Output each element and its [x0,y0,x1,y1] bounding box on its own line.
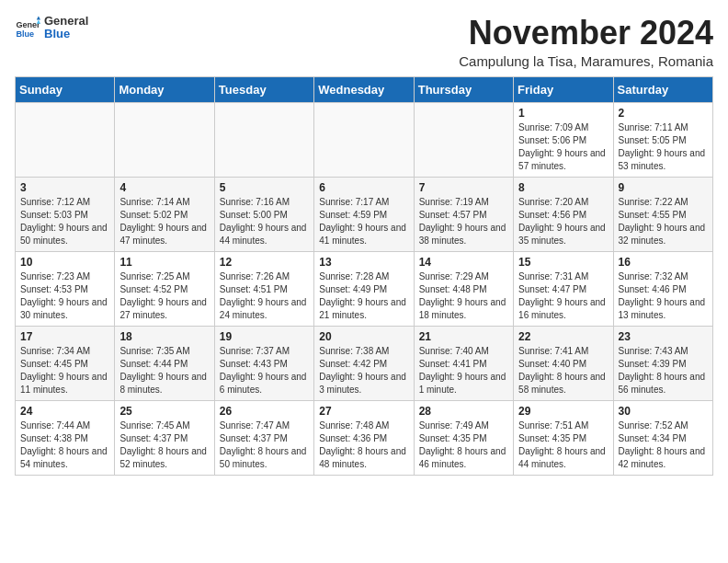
day-number: 8 [518,181,608,194]
day-info: Sunrise: 7:12 AMSunset: 5:03 PMDaylight:… [20,196,109,247]
calendar-cell: 4Sunrise: 7:14 AMSunset: 5:02 PMDaylight… [115,177,214,251]
day-info: Sunrise: 7:22 AMSunset: 4:55 PMDaylight:… [619,196,708,247]
calendar-cell: 5Sunrise: 7:16 AMSunset: 5:00 PMDaylight… [214,177,313,251]
calendar-cell: 26Sunrise: 7:47 AMSunset: 4:37 PMDayligh… [214,400,313,475]
calendar-cell: 10Sunrise: 7:23 AMSunset: 4:53 PMDayligh… [16,251,115,326]
day-number: 21 [419,330,508,343]
day-info: Sunrise: 7:11 AMSunset: 5:05 PMDaylight:… [619,121,708,173]
col-header-tuesday: Tuesday [214,76,313,102]
col-header-sunday: Sunday [16,76,115,102]
day-number: 13 [319,256,408,269]
calendar-cell: 11Sunrise: 7:25 AMSunset: 4:52 PMDayligh… [115,251,214,326]
svg-marker-2 [37,17,40,20]
header-row: SundayMondayTuesdayWednesdayThursdayFrid… [16,76,713,102]
col-header-thursday: Thursday [414,76,513,102]
day-number: 16 [619,256,708,269]
day-number: 2 [619,107,708,120]
calendar-cell: 6Sunrise: 7:17 AMSunset: 4:59 PMDaylight… [314,177,414,251]
day-number: 6 [319,181,408,194]
week-row-3: 10Sunrise: 7:23 AMSunset: 4:53 PMDayligh… [16,251,713,326]
day-number: 28 [419,405,508,418]
day-info: Sunrise: 7:45 AMSunset: 4:37 PMDaylight:… [119,419,209,471]
day-info: Sunrise: 7:35 AMSunset: 4:44 PMDaylight:… [119,345,209,396]
day-number: 15 [518,256,608,269]
day-info: Sunrise: 7:52 AMSunset: 4:34 PMDaylight:… [619,419,708,471]
calendar-cell: 29Sunrise: 7:51 AMSunset: 4:35 PMDayligh… [514,400,613,475]
calendar-cell: 25Sunrise: 7:45 AMSunset: 4:37 PMDayligh… [115,400,214,475]
calendar-cell: 16Sunrise: 7:32 AMSunset: 4:46 PMDayligh… [613,251,712,326]
day-number: 4 [119,181,209,194]
calendar-cell: 30Sunrise: 7:52 AMSunset: 4:34 PMDayligh… [613,400,712,475]
calendar-cell: 1Sunrise: 7:09 AMSunset: 5:06 PMDaylight… [514,102,613,177]
logo-icon: General Blue [15,15,40,40]
day-info: Sunrise: 7:32 AMSunset: 4:46 PMDaylight:… [619,270,708,322]
day-number: 1 [518,107,608,120]
day-number: 9 [619,181,708,194]
logo-blue-text: Blue [44,28,88,40]
day-info: Sunrise: 7:51 AMSunset: 4:35 PMDaylight:… [518,419,608,471]
day-info: Sunrise: 7:37 AMSunset: 4:43 PMDaylight:… [220,345,309,396]
calendar-cell: 18Sunrise: 7:35 AMSunset: 4:44 PMDayligh… [115,326,214,400]
day-number: 17 [20,330,109,343]
day-info: Sunrise: 7:19 AMSunset: 4:57 PMDaylight:… [419,196,508,247]
day-number: 19 [220,330,309,343]
month-title: November 2024 [459,15,713,52]
svg-text:General: General [16,20,40,29]
day-number: 25 [119,405,209,418]
day-info: Sunrise: 7:44 AMSunset: 4:38 PMDaylight:… [20,419,109,471]
calendar-cell: 19Sunrise: 7:37 AMSunset: 4:43 PMDayligh… [214,326,313,400]
day-info: Sunrise: 7:49 AMSunset: 4:35 PMDaylight:… [419,419,508,471]
calendar-cell: 3Sunrise: 7:12 AMSunset: 5:03 PMDaylight… [16,177,115,251]
calendar-cell: 8Sunrise: 7:20 AMSunset: 4:56 PMDaylight… [514,177,613,251]
logo-general-text: General [44,15,88,28]
calendar-cell [115,102,214,177]
col-header-monday: Monday [115,76,214,102]
svg-text:Blue: Blue [16,29,34,39]
title-block: November 2024 Campulung la Tisa, Maramur… [459,15,713,69]
day-info: Sunrise: 7:23 AMSunset: 4:53 PMDaylight:… [20,270,109,322]
day-info: Sunrise: 7:38 AMSunset: 4:42 PMDaylight:… [319,345,408,396]
week-row-4: 17Sunrise: 7:34 AMSunset: 4:45 PMDayligh… [16,326,713,400]
calendar-cell: 20Sunrise: 7:38 AMSunset: 4:42 PMDayligh… [314,326,414,400]
day-info: Sunrise: 7:29 AMSunset: 4:48 PMDaylight:… [419,270,508,322]
logo: General Blue General Blue [15,15,88,41]
week-row-5: 24Sunrise: 7:44 AMSunset: 4:38 PMDayligh… [16,400,713,475]
day-number: 14 [419,256,508,269]
calendar-cell: 15Sunrise: 7:31 AMSunset: 4:47 PMDayligh… [514,251,613,326]
calendar-cell: 14Sunrise: 7:29 AMSunset: 4:48 PMDayligh… [414,251,513,326]
week-row-1: 1Sunrise: 7:09 AMSunset: 5:06 PMDaylight… [16,102,713,177]
calendar-cell: 27Sunrise: 7:48 AMSunset: 4:36 PMDayligh… [314,400,414,475]
page-header: General Blue General Blue November 2024 … [15,15,713,69]
day-number: 27 [319,405,408,418]
calendar-cell: 24Sunrise: 7:44 AMSunset: 4:38 PMDayligh… [16,400,115,475]
day-info: Sunrise: 7:28 AMSunset: 4:49 PMDaylight:… [319,270,408,322]
day-number: 29 [518,405,608,418]
calendar-cell: 22Sunrise: 7:41 AMSunset: 4:40 PMDayligh… [514,326,613,400]
day-number: 7 [419,181,508,194]
calendar-cell: 7Sunrise: 7:19 AMSunset: 4:57 PMDaylight… [414,177,513,251]
calendar-cell: 28Sunrise: 7:49 AMSunset: 4:35 PMDayligh… [414,400,513,475]
calendar-cell: 12Sunrise: 7:26 AMSunset: 4:51 PMDayligh… [214,251,313,326]
day-number: 10 [20,256,109,269]
day-info: Sunrise: 7:09 AMSunset: 5:06 PMDaylight:… [518,121,608,173]
subtitle: Campulung la Tisa, Maramures, Romania [459,53,713,69]
day-number: 30 [619,405,708,418]
calendar-table: SundayMondayTuesdayWednesdayThursdayFrid… [15,76,713,476]
day-number: 23 [619,330,708,343]
day-number: 26 [220,405,309,418]
day-number: 22 [518,330,608,343]
day-info: Sunrise: 7:17 AMSunset: 4:59 PMDaylight:… [319,196,408,247]
week-row-2: 3Sunrise: 7:12 AMSunset: 5:03 PMDaylight… [16,177,713,251]
day-info: Sunrise: 7:34 AMSunset: 4:45 PMDaylight:… [20,345,109,396]
day-info: Sunrise: 7:25 AMSunset: 4:52 PMDaylight:… [119,270,209,322]
calendar-cell [214,102,313,177]
col-header-wednesday: Wednesday [314,76,414,102]
day-info: Sunrise: 7:31 AMSunset: 4:47 PMDaylight:… [518,270,608,322]
col-header-saturday: Saturday [613,76,712,102]
calendar-cell: 9Sunrise: 7:22 AMSunset: 4:55 PMDaylight… [613,177,712,251]
day-info: Sunrise: 7:14 AMSunset: 5:02 PMDaylight:… [119,196,209,247]
calendar-cell: 2Sunrise: 7:11 AMSunset: 5:05 PMDaylight… [613,102,712,177]
calendar-cell: 21Sunrise: 7:40 AMSunset: 4:41 PMDayligh… [414,326,513,400]
calendar-cell: 23Sunrise: 7:43 AMSunset: 4:39 PMDayligh… [613,326,712,400]
day-info: Sunrise: 7:40 AMSunset: 4:41 PMDaylight:… [419,345,508,396]
